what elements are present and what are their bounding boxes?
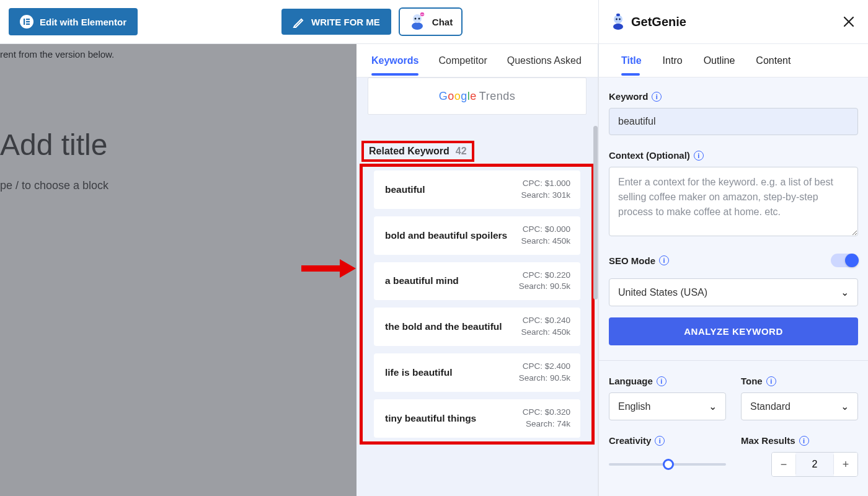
svg-text:•••: ••• <box>421 13 424 16</box>
keyword-search: Search: 450k <box>521 236 570 247</box>
tone-select[interactable]: Standard ⌄ <box>741 392 858 420</box>
tab-content[interactable]: Content <box>756 46 790 75</box>
creativity-slider[interactable] <box>609 463 726 466</box>
keyword-meta: CPC: $1.000 Search: 301k <box>521 178 570 202</box>
stepper-increment-button[interactable]: + <box>834 453 857 476</box>
svg-rect-4 <box>26 24 30 25</box>
creativity-label: Creativity i <box>609 435 726 446</box>
tab-outline[interactable]: Outline <box>704 46 735 75</box>
tone-value: Standard <box>750 401 790 412</box>
max-results-label: Max Results i <box>741 435 858 446</box>
language-select[interactable]: English ⌄ <box>609 392 726 420</box>
keyword-cpc: CPC: $0.240 <box>521 315 570 327</box>
svg-point-8 <box>418 18 420 20</box>
google-trends-card[interactable]: Google Trends <box>368 78 587 115</box>
related-keyword-list: beautiful CPC: $1.000 Search: 301k bold … <box>374 170 580 438</box>
tone-label: Tone i <box>741 376 858 386</box>
related-keyword-count: 42 <box>456 146 467 157</box>
tab-keywords[interactable]: Keywords <box>371 46 418 75</box>
mid-panel-scrollbar[interactable] <box>593 126 598 299</box>
tab-title[interactable]: Title <box>621 46 642 75</box>
keyword-meta: CPC: $0.240 Search: 450k <box>521 315 570 339</box>
keyword-name: bold and beautiful spoilers <box>385 230 507 241</box>
edit-with-elementor-button[interactable]: Edit with Elementor <box>9 8 138 35</box>
context-textarea[interactable] <box>609 167 858 236</box>
keyword-input[interactable] <box>609 108 858 135</box>
svg-point-6 <box>413 14 422 23</box>
keyword-card[interactable]: tiny beautiful things CPC: $0.320 Search… <box>374 399 580 438</box>
annotation-arrow-icon <box>301 259 356 278</box>
keyword-search: Search: 450k <box>521 327 570 339</box>
country-value: United States (USA) <box>618 287 707 298</box>
related-keyword-list-highlight: beautiful CPC: $1.000 Search: 301k bold … <box>363 167 591 441</box>
info-icon[interactable]: i <box>655 436 665 446</box>
keyword-name: the bold and the beautiful <box>385 321 502 332</box>
slider-knob-icon[interactable] <box>663 459 674 470</box>
keyword-field-label: Keyword i <box>609 91 858 102</box>
close-icon <box>843 16 854 27</box>
pen-icon <box>293 16 305 28</box>
chat-button[interactable]: ••• Chat <box>399 7 463 36</box>
close-sidebar-button[interactable] <box>839 11 858 32</box>
write-for-me-label: WRITE FOR ME <box>311 17 380 27</box>
sidebar-header: GetGenie <box>599 0 868 44</box>
chevron-down-icon: ⌄ <box>709 401 717 412</box>
tab-questions-asked[interactable]: Questions Asked <box>507 46 582 75</box>
keyword-card[interactable]: bold and beautiful spoilers CPC: $0.000 … <box>374 216 580 255</box>
info-icon[interactable]: i <box>659 255 669 265</box>
getgenie-logo-icon <box>610 12 626 31</box>
genie-icon: ••• <box>409 12 426 31</box>
keyword-search: Search: 74k <box>523 418 570 430</box>
info-icon[interactable]: i <box>652 92 662 102</box>
keyword-card[interactable]: life is beautiful CPC: $2.400 Search: 90… <box>374 353 580 392</box>
svg-rect-2 <box>26 19 30 20</box>
elementor-icon <box>20 15 33 29</box>
keyword-card[interactable]: the bold and the beautiful CPC: $0.240 S… <box>374 308 580 346</box>
chevron-down-icon: ⌄ <box>841 401 849 412</box>
related-keyword-title: Related Keyword <box>369 146 450 157</box>
keyword-card[interactable]: beautiful CPC: $1.000 Search: 301k <box>374 170 580 209</box>
max-results-stepper: − 2 + <box>771 452 858 477</box>
trends-label: Trends <box>479 90 515 103</box>
seo-mode-label: SEO Mode i <box>609 255 669 266</box>
seo-mode-toggle[interactable] <box>831 254 858 267</box>
chat-label: Chat <box>432 17 453 27</box>
svg-rect-1 <box>24 19 25 25</box>
keyword-meta: CPC: $0.220 Search: 90.5k <box>519 270 570 293</box>
svg-rect-3 <box>26 21 30 22</box>
keyword-search: Search: 90.5k <box>519 373 570 384</box>
analyze-keyword-button[interactable]: ANALYZE KEYWORD <box>609 317 858 345</box>
tab-intro[interactable]: Intro <box>663 46 683 75</box>
keyword-meta: CPC: $2.400 Search: 90.5k <box>519 361 570 384</box>
google-logo-text: Google <box>439 90 477 103</box>
svg-marker-12 <box>340 259 356 278</box>
brand: GetGenie <box>610 12 686 31</box>
language-value: English <box>618 401 650 412</box>
edit-with-elementor-label: Edit with Elementor <box>40 17 126 27</box>
svg-point-13 <box>613 24 623 30</box>
keyword-name: beautiful <box>385 184 425 195</box>
keyword-card[interactable]: a beautiful mind CPC: $0.220 Search: 90.… <box>374 262 580 301</box>
keyword-research-panel: Keywords Competitor Questions Asked Goog… <box>356 44 598 496</box>
keyword-meta: CPC: $0.320 Search: 74k <box>523 407 570 430</box>
keyword-cpc: CPC: $0.220 <box>519 270 570 281</box>
svg-point-16 <box>619 19 621 20</box>
write-for-me-button[interactable]: WRITE FOR ME <box>281 9 391 35</box>
svg-point-15 <box>616 19 618 20</box>
country-select[interactable]: United States (USA) ⌄ <box>609 278 858 306</box>
divider <box>599 360 868 361</box>
keyword-cpc: CPC: $0.000 <box>521 224 570 236</box>
svg-point-7 <box>414 18 416 20</box>
getgenie-sidebar: GetGenie Title Intro Outline Content Key… <box>598 0 868 496</box>
svg-point-17 <box>616 14 620 16</box>
language-label: Language i <box>609 376 726 386</box>
info-icon[interactable]: i <box>799 436 809 446</box>
keyword-name: tiny beautiful things <box>385 413 476 424</box>
brand-name: GetGenie <box>631 15 686 29</box>
info-icon[interactable]: i <box>766 376 776 386</box>
info-icon[interactable]: i <box>694 151 704 161</box>
context-field-label: Context (Optional) i <box>609 150 858 161</box>
stepper-decrement-button[interactable]: − <box>772 453 795 476</box>
info-icon[interactable]: i <box>657 376 666 386</box>
tab-competitor[interactable]: Competitor <box>438 46 487 75</box>
